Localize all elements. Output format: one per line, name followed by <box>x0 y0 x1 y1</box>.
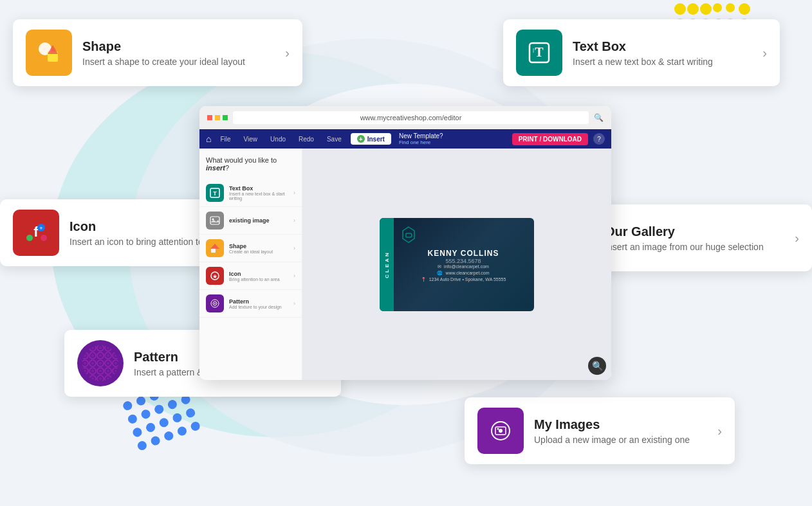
sidebar-icon-desc: Bring attention to an area <box>229 277 288 282</box>
sidebar-shape-desc: Create an ideal layout <box>229 249 288 254</box>
insert-label: Insert <box>367 136 385 143</box>
svg-text:T: T <box>535 45 544 59</box>
sidebar-icon-arrow: › <box>293 273 295 279</box>
biz-email: info@cleancarpet.com <box>444 264 489 269</box>
browser-mockup: www.mycreativeshop.com/editor 🔍 ⌂ File V… <box>199 106 611 380</box>
toolbar-print-button[interactable]: PRINT / DOWNLOAD <box>512 133 588 145</box>
svg-point-18 <box>497 428 499 430</box>
dot <box>713 3 722 12</box>
myimages-card-desc: Upload a new image or an existing one <box>534 435 702 445</box>
myimages-card-text: My Images Upload a new image or an exist… <box>534 417 702 445</box>
textbox-card[interactable]: T | Text Box Insert a new text box & sta… <box>503 19 780 86</box>
dot <box>739 3 750 15</box>
shape-card-arrow: › <box>285 46 290 60</box>
gallery-card-text: Our Gallery Insert an image from our hug… <box>605 224 779 252</box>
svg-rect-24 <box>211 248 216 253</box>
svg-point-11 <box>41 235 47 241</box>
sidebar-icon-icon: ★ <box>206 267 224 285</box>
toolbar-insert-button[interactable]: + Insert <box>351 133 391 145</box>
icon-icon: f + <box>13 210 59 256</box>
toolbar-home-icon[interactable]: ⌂ <box>206 134 211 144</box>
toolbar-undo[interactable]: Undo <box>266 134 290 144</box>
svg-point-14 <box>82 345 118 381</box>
sidebar-pattern-title: Pattern <box>229 298 288 305</box>
gallery-card-arrow: › <box>795 231 799 246</box>
sidebar-shape-icon <box>206 239 224 257</box>
sidebar-existing-title: existing image <box>229 217 288 224</box>
email-icon: ✉ <box>438 264 441 269</box>
location-icon: 📍 <box>421 277 427 282</box>
browser-search-icon: 🔍 <box>594 113 604 122</box>
sidebar-item-existing-image[interactable]: existing image › <box>199 207 302 235</box>
sidebar-textbox-title: Text Box <box>229 185 288 192</box>
toolbar-template-text: New Template? Find one here <box>399 132 443 145</box>
editor-content: What would you like to insert? T Text Bo… <box>199 149 611 380</box>
business-card-preview: CLEAN KENNY COLLINS 555.234.5678 ✉ <box>380 218 534 311</box>
shape-card-text: Shape Insert a shape to create your idea… <box>82 39 270 67</box>
shape-card-desc: Insert a shape to create your ideal layo… <box>82 57 270 67</box>
toolbar-save[interactable]: Save <box>323 134 346 144</box>
svg-point-10 <box>26 235 33 241</box>
gallery-card-title: Our Gallery <box>605 224 779 239</box>
dot <box>158 417 170 428</box>
toolbar-help-button[interactable]: ? <box>593 133 605 145</box>
shape-card-title: Shape <box>82 39 270 54</box>
sidebar-icon-title: Icon <box>229 271 288 277</box>
svg-text:|: | <box>533 47 534 53</box>
dot <box>687 3 699 15</box>
textbox-card-arrow: › <box>762 46 767 60</box>
sidebar-existing-icon <box>206 212 224 230</box>
biz-address: 1234 Auto Drive • Spokane, WA 55555 <box>429 277 506 282</box>
sidebar-question: What would you like to insert? <box>199 156 302 179</box>
browser-controls <box>207 115 228 120</box>
biz-card-content: KENNY COLLINS 555.234.5678 ✉ info@cleanc… <box>401 226 525 282</box>
sidebar-item-pattern[interactable]: Pattern Add texture to your design › <box>199 290 302 318</box>
svg-text:+: + <box>39 225 42 231</box>
sidebar-pattern-icon <box>206 294 224 312</box>
sidebar-item-icon[interactable]: ★ Icon Bring attention to an area › <box>199 262 302 290</box>
textbox-icon: T | <box>516 30 562 76</box>
editor-main-area: CLEAN KENNY COLLINS 555.234.5678 ✉ <box>302 149 611 380</box>
biz-website: www.cleancarpet.com <box>445 271 489 275</box>
textbox-card-title: Text Box <box>573 39 747 54</box>
textbox-card-desc: Insert a new text box & start writing <box>573 57 747 67</box>
website-icon: 🌐 <box>437 271 443 276</box>
browser-address-bar: www.mycreativeshop.com/editor 🔍 <box>199 106 611 129</box>
svg-text:★: ★ <box>212 273 217 280</box>
dot <box>135 395 147 407</box>
sidebar-existing-arrow: › <box>293 217 295 224</box>
insert-plus-icon: + <box>357 135 365 143</box>
zoom-button[interactable]: 🔍 <box>588 357 606 375</box>
toolbar-view[interactable]: View <box>240 134 262 144</box>
myimages-icon <box>477 408 524 454</box>
svg-text:T: T <box>213 190 217 197</box>
sidebar-pattern-arrow: › <box>293 300 295 307</box>
shape-card[interactable]: Shape Insert a shape to create your idea… <box>13 19 302 86</box>
sidebar-textbox-icon: T <box>206 184 224 202</box>
find-link[interactable]: Find one here <box>399 140 443 145</box>
sidebar-item-shape[interactable]: Shape Create an ideal layout › <box>199 235 302 262</box>
toolbar-file[interactable]: File <box>216 134 234 144</box>
sidebar-shape-title: Shape <box>229 243 288 249</box>
sidebar-shape-text: Shape Create an ideal layout <box>229 243 288 254</box>
sidebar-textbox-arrow: › <box>293 190 295 196</box>
sidebar-textbox-text: Text Box Insert a new text box & start w… <box>229 185 288 201</box>
sidebar-textbox-desc: Insert a new text box & start writing <box>229 192 288 201</box>
sidebar-shape-arrow: › <box>293 245 295 251</box>
myimages-card[interactable]: My Images Upload a new image or an exist… <box>465 397 735 464</box>
biz-name: KENNY COLLINS <box>401 246 525 258</box>
template-label: New Template? <box>399 132 443 140</box>
biz-logo-svg <box>401 226 416 244</box>
textbox-card-text: Text Box Insert a new text box & start w… <box>573 39 747 67</box>
shape-icon <box>26 30 72 76</box>
sidebar-item-textbox[interactable]: T Text Box Insert a new text box & start… <box>199 179 302 207</box>
svg-marker-23 <box>210 220 219 222</box>
toolbar-redo[interactable]: Redo <box>295 134 318 144</box>
dot <box>674 3 686 15</box>
biz-address-line: 📍 1234 Auto Drive • Spokane, WA 55555 <box>421 277 506 282</box>
editor-toolbar: ⌂ File View Undo Redo Save + Insert New … <box>199 129 611 149</box>
dot <box>145 422 156 433</box>
browser-url: www.mycreativeshop.com/editor <box>233 111 589 124</box>
myimages-card-arrow: › <box>717 424 722 438</box>
dot <box>726 3 735 12</box>
